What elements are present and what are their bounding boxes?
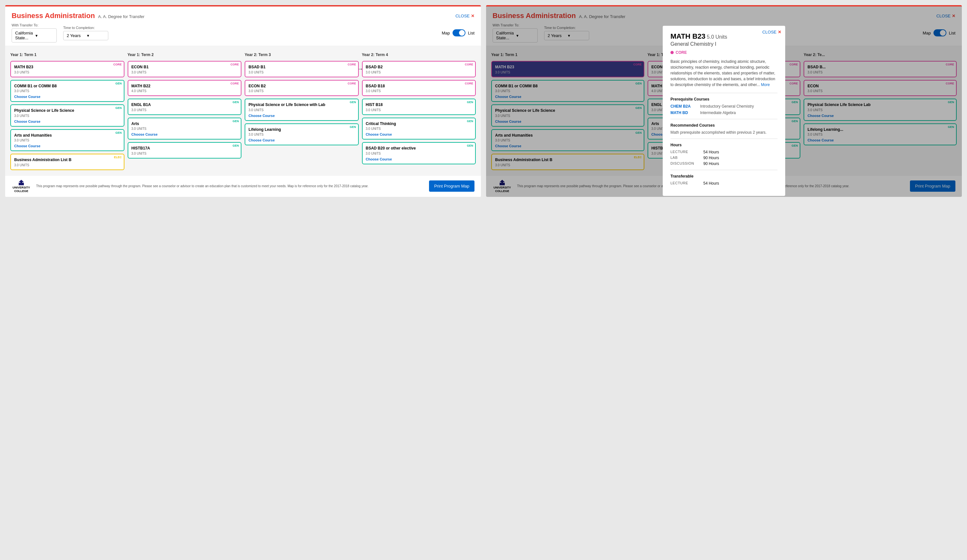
chevron-down-icon: ▾: [35, 33, 53, 38]
course-card[interactable]: GENENGL B1A3.0 UNITS: [128, 99, 242, 115]
choose-course-link[interactable]: Choose Course: [14, 144, 120, 148]
course-card[interactable]: GENBSAD B20 or other elective3.0 UNITSCh…: [362, 142, 476, 164]
choose-course-link[interactable]: Choose Course: [366, 157, 472, 161]
view-toggle-group: MapList: [442, 29, 474, 36]
transferable-section-title: Transferable: [670, 174, 777, 178]
course-units: 4.0 UNITS: [132, 89, 238, 93]
term-header: Year 1: Term 1: [10, 51, 124, 58]
print-button[interactable]: Print Program Map: [429, 180, 474, 192]
course-card[interactable]: COREMATH B224.0 UNITS: [128, 80, 242, 96]
hours-value: 90 Hours: [703, 156, 719, 160]
term-column-3: Year 2: Term 4COREBSAD B23.0 UNITSCOREBS…: [362, 51, 476, 170]
popup-overlay[interactable]: CLOSE ✕MATH B23 5.0 UnitsGeneral Chemist…: [486, 7, 962, 197]
map-list-toggle[interactable]: [452, 29, 465, 36]
course-card[interactable]: GENCOMM B1 or COMM B83.0 UNITSChoose Cou…: [10, 80, 124, 102]
course-name: HISTB17A: [132, 146, 238, 151]
term-header: Year 1: Term 2: [128, 51, 242, 58]
course-name: Physical Science or Life Science: [14, 108, 120, 114]
choose-course-link[interactable]: Choose Course: [14, 95, 120, 99]
more-link[interactable]: More: [761, 82, 770, 87]
popup-core-badge: CORE: [670, 50, 687, 55]
completion-label: Time to Completion:: [63, 26, 108, 30]
course-units: 3.0 UNITS: [366, 89, 472, 93]
choose-course-link[interactable]: Choose Course: [132, 132, 238, 136]
popup-badge-label: CORE: [676, 50, 687, 55]
recommended-section-title: Recommended Courses: [670, 123, 777, 128]
transferable-label: LECTURE: [670, 181, 700, 186]
course-units: 3.0 UNITS: [14, 89, 120, 93]
course-name: ECON B2: [249, 84, 355, 89]
course-badge: GEN: [467, 144, 473, 147]
choose-course-link[interactable]: Choose Course: [14, 120, 120, 124]
course-units: 3.0 UNITS: [249, 89, 355, 93]
popup-course-code: MATH B23: [670, 32, 705, 40]
transfer-value: California State...: [15, 31, 33, 40]
panel-footer: UNIVERSITY COLLEGE This program map repr…: [5, 175, 481, 197]
popup-close-label: CLOSE: [762, 30, 777, 35]
course-card[interactable]: GENPhysical Science or Life Science3.0 U…: [10, 104, 124, 127]
course-name: MATH B23: [14, 65, 120, 70]
course-units: 3.0 UNITS: [132, 152, 238, 155]
course-card[interactable]: GENHISTB17A3.0 UNITS: [128, 142, 242, 158]
course-name: HIST B18: [366, 102, 472, 108]
course-units: 3.0 UNITS: [132, 127, 238, 130]
prereq-code[interactable]: MATH BD: [670, 110, 696, 115]
course-card[interactable]: GENArts and Humanities3.0 UNITSChoose Co…: [10, 129, 124, 152]
course-name: COMM B1 or COMM B8: [14, 84, 120, 89]
close-x-icon: ✕: [471, 13, 474, 18]
prereq-row: MATH BDIntermediate Algebra: [670, 110, 777, 115]
course-name: Lifelong Learning: [249, 127, 355, 132]
course-units: 3.0 UNITS: [14, 138, 120, 142]
logo-icon: [18, 180, 25, 186]
hours-value: 90 Hours: [703, 161, 719, 166]
course-name: BSAD B18: [366, 84, 472, 89]
completion-dropdown[interactable]: 2 Years▾: [63, 31, 108, 40]
course-name: MATH B22: [132, 84, 238, 89]
popup-course-code-units: MATH B23 5.0 Units: [670, 32, 777, 41]
choose-course-link[interactable]: Choose Course: [249, 114, 355, 118]
term-column-2: Year 2: Term 3COREBSAD B13.0 UNITS→COREE…: [245, 51, 359, 170]
popup-close-x-icon: ✕: [778, 30, 781, 35]
term-columns: Year 1: Term 1COREMATH B233.0 UNITSGENCO…: [10, 51, 476, 170]
svg-marker-3: [19, 180, 24, 182]
course-card[interactable]: COREBSAD B183.0 UNITS: [362, 80, 476, 96]
course-badge: CORE: [348, 82, 356, 85]
hours-label: DISCUSSION: [670, 161, 700, 166]
course-card[interactable]: COREBSAD B13.0 UNITS→: [245, 61, 359, 77]
panel-panel-right: Business AdministrationA. A. Degree for …: [486, 5, 962, 197]
transfer-dropdown[interactable]: California State...▾: [12, 28, 57, 43]
course-card[interactable]: COREECON B23.0 UNITS: [245, 80, 359, 96]
course-card[interactable]: COREECON B13.0 UNITS: [128, 61, 242, 77]
course-card[interactable]: GENArts3.0 UNITSChoose Course: [128, 118, 242, 140]
choose-course-link[interactable]: Choose Course: [249, 138, 355, 142]
transferable-row: LECTURE54 Hours: [670, 181, 777, 186]
course-card[interactable]: GENLifelong Learning3.0 UNITSChoose Cour…: [245, 124, 359, 146]
choose-course-link[interactable]: Choose Course: [366, 132, 472, 136]
course-badge: GEN: [350, 125, 356, 128]
course-units: 3.0 UNITS: [366, 152, 472, 155]
prereq-code[interactable]: CHEM B2A: [670, 104, 696, 109]
course-card[interactable]: COREBSAD B23.0 UNITS: [362, 61, 476, 77]
course-card[interactable]: GENPhysical Science or Life Science with…: [245, 99, 359, 121]
hours-label: LECTURE: [670, 150, 700, 154]
prereq-section-title: Prerequisite Courses: [670, 97, 777, 102]
map-label: Map: [442, 31, 450, 35]
course-units: 3.0 UNITS: [249, 71, 355, 74]
course-card[interactable]: ELECBusiness Administration List B3.0 UN…: [10, 154, 124, 170]
course-units: 3.0 UNITS: [249, 133, 355, 136]
hours-row: LAB90 Hours: [670, 156, 777, 160]
course-units: 3.0 UNITS: [132, 71, 238, 74]
popup-close-button[interactable]: CLOSE ✕: [762, 30, 781, 35]
course-name: ENGL B1A: [132, 102, 238, 108]
term-header: Year 2: Term 4: [362, 51, 476, 58]
course-badge: GEN: [350, 100, 356, 104]
panel-panel-left: Business AdministrationA. A. Degree for …: [5, 5, 481, 197]
popup-course-units: 5.0 Units: [707, 34, 727, 40]
close-button[interactable]: CLOSE ✕: [455, 13, 474, 18]
program-title: Business Administration: [12, 12, 95, 20]
course-card[interactable]: GENCritical Thinking3.0 UNITSChoose Cour…: [362, 118, 476, 140]
course-card[interactable]: COREMATH B233.0 UNITS: [10, 61, 124, 77]
course-card[interactable]: GENHIST B183.0 UNITS: [362, 99, 476, 115]
course-name: BSAD B2: [366, 65, 472, 70]
course-badge: GEN: [116, 82, 122, 85]
